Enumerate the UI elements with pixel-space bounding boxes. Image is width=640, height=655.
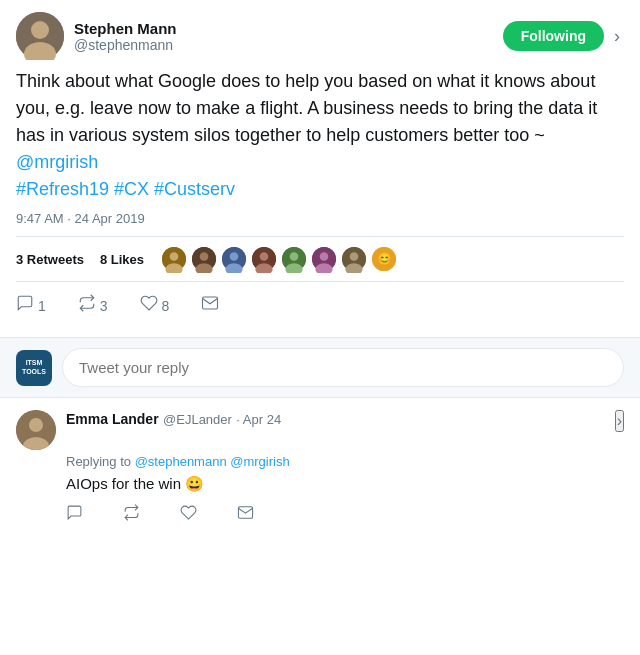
reply-compose-area: ITSM TOOLS <box>0 338 640 398</box>
svg-text:😊: 😊 <box>377 251 392 266</box>
reply-button[interactable]: 1 <box>16 294 46 317</box>
svg-point-4 <box>170 252 179 261</box>
author-avatar <box>16 12 64 60</box>
tweet-timestamp: 9:47 AM · 24 Apr 2019 <box>16 211 624 226</box>
reply-handle: @EJLander <box>163 412 232 427</box>
reply-reply-button[interactable] <box>66 504 83 524</box>
reply-body: AIOps for the win 😀 <box>66 473 624 494</box>
reply-author-avatar <box>16 410 56 450</box>
reply-section: Emma Lander @EJLander · Apr 24 › Replyin… <box>0 398 640 536</box>
svg-point-7 <box>200 252 209 261</box>
tweet-stats: 3 Retweets 8 Likes <box>16 236 624 282</box>
liker-avatar-3 <box>220 245 248 273</box>
like-button[interactable]: 8 <box>140 294 170 317</box>
liker-avatar-5 <box>280 245 308 273</box>
like-count: 8 <box>162 298 170 314</box>
reply-more-options-button[interactable]: › <box>615 410 624 432</box>
svg-point-27 <box>29 418 43 432</box>
display-name: Stephen Mann <box>74 20 503 37</box>
reply-input[interactable] <box>62 348 624 387</box>
tweet-header: Stephen Mann @stephenmann Following › <box>16 12 624 60</box>
retweet-stats: 3 Retweets <box>16 252 84 267</box>
liker-avatar-8: 😊 <box>370 245 398 273</box>
svg-point-13 <box>260 252 269 261</box>
liker-avatar-6 <box>310 245 338 273</box>
liker-avatar-1 <box>160 245 188 273</box>
author-handle: @stephenmann <box>74 37 503 53</box>
following-button[interactable]: Following <box>503 21 604 51</box>
user-info: Stephen Mann @stephenmann <box>74 20 503 53</box>
mention-link[interactable]: @mrgirish <box>16 152 98 172</box>
reply-retweet-button[interactable] <box>123 504 140 524</box>
reply-mail-icon <box>237 504 254 524</box>
replying-to-label: Replying to @stephenmann @mrgirish <box>66 454 624 469</box>
liker-avatar-2 <box>190 245 218 273</box>
reply-tweet-actions <box>66 504 624 524</box>
tweet-text: Think about what Google does to help you… <box>16 71 597 145</box>
retweet-count: 3 <box>100 298 108 314</box>
reply-header: Emma Lander @EJLander · Apr 24 › <box>16 410 624 450</box>
reply-share-button[interactable] <box>237 504 254 524</box>
reply-count: 1 <box>38 298 46 314</box>
liker-avatars: 😊 <box>160 245 398 273</box>
like-stats: 8 Likes <box>100 252 144 267</box>
hashtag-links[interactable]: #Refresh19 #CX #Custserv <box>16 179 235 199</box>
liker-avatar-7 <box>340 245 368 273</box>
svg-point-19 <box>320 252 329 261</box>
reply-like-button[interactable] <box>180 504 197 524</box>
tweet-actions: 1 3 8 <box>16 290 624 325</box>
retweet-button[interactable]: 3 <box>78 294 108 317</box>
retweet-icon <box>78 294 96 317</box>
reply-reply-icon <box>66 504 83 524</box>
svg-point-16 <box>290 252 299 261</box>
more-options-button[interactable]: › <box>610 22 624 51</box>
main-tweet: Stephen Mann @stephenmann Following › Th… <box>0 0 640 338</box>
reply-display-name: Emma Lander <box>66 411 159 427</box>
svg-point-10 <box>230 252 239 261</box>
reply-user-info: Emma Lander @EJLander · Apr 24 <box>66 410 615 428</box>
reply-like-icon <box>180 504 197 524</box>
reply-retweet-icon <box>123 504 140 524</box>
reply-to-link[interactable]: @stephenmann @mrgirish <box>135 454 290 469</box>
mail-icon <box>201 294 219 317</box>
like-icon <box>140 294 158 317</box>
svg-point-22 <box>350 252 359 261</box>
liker-avatar-4 <box>250 245 278 273</box>
tweet-body: Think about what Google does to help you… <box>16 68 624 203</box>
reply-icon <box>16 294 34 317</box>
svg-point-1 <box>31 21 49 39</box>
itsm-logo-avatar: ITSM TOOLS <box>16 350 52 386</box>
share-button[interactable] <box>201 294 219 317</box>
reply-date: · Apr 24 <box>236 412 281 427</box>
